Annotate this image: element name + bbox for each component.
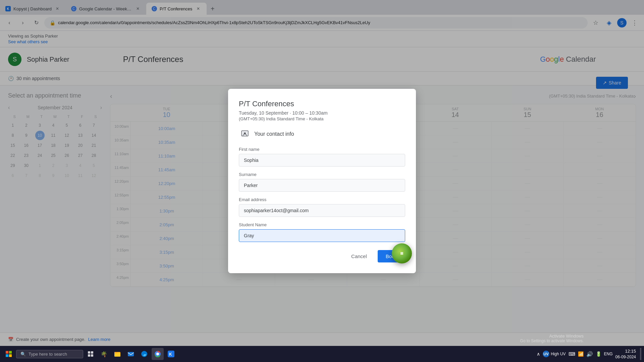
- uv-indicator: UV High UV: [543, 351, 566, 357]
- taskbar-search-text: Type here to search: [29, 352, 67, 357]
- cancel-button[interactable]: Cancel: [346, 251, 372, 262]
- contact-person-icon: [239, 128, 251, 140]
- svg-rect-9: [128, 352, 134, 356]
- taskbar: 🔍 Type here to search 🌴 K Activate Windo…: [0, 346, 644, 362]
- taskbar-chrome[interactable]: [152, 348, 164, 360]
- modal-title: P/T Conferences: [239, 100, 405, 108]
- tray-time-value: 12:15: [615, 348, 636, 354]
- svg-rect-5: [91, 354, 93, 357]
- uv-text: High UV: [551, 352, 566, 356]
- contact-info-label: Your contact info: [254, 131, 294, 137]
- student-name-label: Student Name: [239, 222, 405, 227]
- taskbar-file-explorer[interactable]: [111, 348, 123, 360]
- tray-up-arrow[interactable]: ∧: [537, 351, 540, 357]
- taskbar-mail[interactable]: [125, 348, 137, 360]
- student-name-group: Student Name: [239, 222, 405, 242]
- svg-rect-8: [114, 352, 117, 353]
- surname-label: Surname: [239, 172, 405, 177]
- activate-line1: Activate Windows: [520, 334, 584, 339]
- battery-icon[interactable]: 🔋: [596, 351, 601, 357]
- cursor-click-indicator: [392, 243, 412, 263]
- student-name-input[interactable]: [239, 229, 405, 242]
- tray-clock[interactable]: 12:15 06-09-2024: [615, 348, 636, 360]
- tray-date-value: 06-09-2024: [615, 354, 636, 360]
- svg-point-10: [141, 351, 147, 357]
- svg-text:K: K: [169, 352, 172, 357]
- modal-actions: Cancel Book: [239, 250, 405, 262]
- contact-info-section: Your contact info: [239, 128, 405, 140]
- svg-rect-4: [88, 354, 90, 357]
- taskbar-search-bar[interactable]: 🔍 Type here to search: [16, 350, 83, 358]
- uv-icon: UV: [543, 351, 549, 357]
- email-label: Email address: [239, 197, 405, 202]
- modal-timezone: (GMT+05:30) India Standard Time - Kolkat…: [239, 116, 405, 121]
- taskbar-edge[interactable]: [138, 348, 150, 360]
- windows-icon: [6, 351, 12, 357]
- taskbar-palm-tree[interactable]: 🌴: [98, 348, 110, 360]
- network-icon[interactable]: 📶: [578, 351, 584, 357]
- activate-windows-notice: Activate Windows Go to Settings to activ…: [520, 334, 584, 343]
- taskbar-search-icon: 🔍: [20, 352, 26, 357]
- windows-start-button[interactable]: [3, 348, 15, 360]
- svg-point-13: [157, 353, 159, 355]
- first-name-input[interactable]: [239, 154, 405, 167]
- keyboard-icon[interactable]: ⌨: [569, 351, 575, 357]
- show-desktop-button[interactable]: [640, 348, 641, 360]
- svg-rect-2: [88, 351, 90, 354]
- surname-input[interactable]: [239, 179, 405, 192]
- email-input[interactable]: [239, 204, 405, 217]
- taskbar-tray: ∧ UV High UV ⌨ 📶 🔊 🔋 ENG 12:15 06-09-202…: [537, 348, 641, 360]
- booking-modal: P/T Conferences Tuesday, 10 September · …: [228, 89, 416, 273]
- svg-rect-3: [91, 351, 93, 354]
- activate-line2: Go to Settings to activate Windows.: [520, 339, 584, 343]
- surname-group: Surname: [239, 172, 405, 192]
- volume-icon[interactable]: 🔊: [586, 351, 593, 357]
- language-indicator: ENG: [604, 352, 613, 356]
- cursor-dot: [400, 252, 403, 255]
- email-group: Email address: [239, 197, 405, 217]
- taskbar-taskview[interactable]: [85, 348, 97, 360]
- first-name-group: First name: [239, 147, 405, 167]
- modal-datetime: Tuesday, 10 September · 10:00 – 10:30am: [239, 110, 405, 116]
- first-name-label: First name: [239, 147, 405, 152]
- taskbar-kopyst[interactable]: K: [165, 348, 177, 360]
- book-button-wrapper: Book: [378, 250, 405, 262]
